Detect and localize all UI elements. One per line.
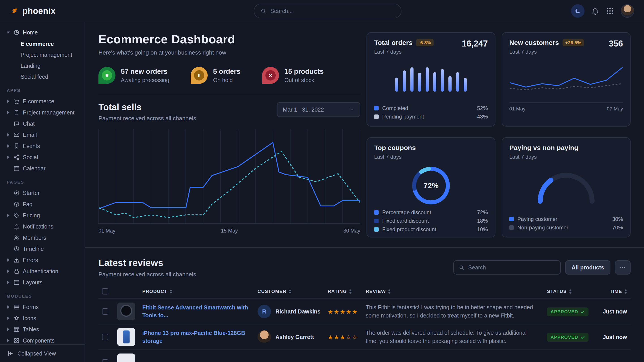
total-orders-card: Total orders -6.8% Last 7 days 16,247 Co… xyxy=(366,32,496,127)
caret-right-icon xyxy=(6,144,10,148)
date-range-select[interactable]: Mar 1 - 31, 2022 xyxy=(277,102,360,117)
order-bar xyxy=(410,67,414,92)
components-icon xyxy=(14,338,20,344)
sidebar-item-authentication[interactable]: Authentication xyxy=(6,266,80,277)
notifications-button[interactable] xyxy=(591,7,599,15)
brand[interactable]: phoenix xyxy=(8,5,84,16)
sidebar-item-icons[interactable]: Icons xyxy=(6,313,80,324)
new-customers-line-chart xyxy=(509,60,623,100)
product-link[interactable]: iPhone 13 pro max-Pacific Blue-128GB sto… xyxy=(142,329,250,345)
customer-avatar-initial: R xyxy=(258,305,271,318)
sidebar-item-tables[interactable]: Tables xyxy=(6,324,80,335)
row-checkbox[interactable] xyxy=(102,334,108,340)
tag-icon xyxy=(14,212,20,218)
sidebar-item-project-management[interactable]: Project management xyxy=(6,107,80,118)
reviews-search[interactable] xyxy=(453,260,561,275)
global-search[interactable] xyxy=(254,3,402,18)
star-icon xyxy=(104,73,110,78)
lock-icon xyxy=(14,268,20,274)
collapsed-view-toggle[interactable]: Collapsed View xyxy=(0,344,84,362)
latest-reviews-subtitle: Payment received across all channels xyxy=(98,271,196,278)
product-image-smartwatch[interactable] xyxy=(117,303,135,321)
product-image[interactable] xyxy=(117,354,135,362)
sidebar-item-pricing[interactable]: Pricing xyxy=(6,210,80,221)
pause-icon xyxy=(196,73,202,78)
stat-new-orders: 57 new orders Awating processing xyxy=(98,67,169,84)
row-checkbox[interactable] xyxy=(102,308,108,315)
user-avatar[interactable] xyxy=(621,4,634,18)
theme-toggle-button[interactable] xyxy=(571,4,584,18)
total-orders-value: 16,247 xyxy=(462,39,488,48)
sidebar-item-home[interactable]: Home xyxy=(6,27,80,38)
rating-stars: ★★★☆☆ xyxy=(328,334,358,341)
product-link[interactable]: Fitbit Sense Advanced Smartwatch with To… xyxy=(142,304,250,319)
sidebar-item-home-social-feed[interactable]: Social feed xyxy=(6,71,80,82)
sidebar-item-calendar[interactable]: Calendar xyxy=(6,163,80,174)
sidebar-item-starter[interactable]: Starter xyxy=(6,187,80,199)
reviews-search-input[interactable] xyxy=(468,264,556,271)
column-time[interactable]: TIME xyxy=(592,284,630,299)
row-checkbox[interactable] xyxy=(102,359,108,362)
column-status[interactable]: STATUS xyxy=(543,284,592,299)
top-coupons-legend: Percentage discount 72% Fixed card disco… xyxy=(374,209,488,233)
order-bar xyxy=(441,69,444,92)
product-image-iphone[interactable] xyxy=(117,328,135,346)
total-sells-title: Total sells xyxy=(98,102,196,112)
new-customers-value: 356 xyxy=(609,39,623,48)
sidebar-item-e-commerce[interactable]: E commerce xyxy=(6,96,80,107)
forms-icon xyxy=(14,304,20,310)
all-products-button[interactable]: All products xyxy=(565,260,610,275)
caret-right-icon xyxy=(6,306,10,309)
sidebar-nav: Home E commerce Project management Landi… xyxy=(0,22,84,344)
status-badge: APPROVED xyxy=(547,333,588,342)
legend-swatch xyxy=(374,114,378,119)
moon-icon xyxy=(574,7,581,14)
column-product[interactable]: PRODUCT xyxy=(139,284,254,299)
caret-down-icon xyxy=(6,31,10,33)
caret-right-icon xyxy=(6,111,10,114)
app-root: phoenix Home xyxy=(0,0,644,362)
sidebar-item-chat[interactable]: Chat xyxy=(6,118,80,129)
sidebar-item-social[interactable]: Social xyxy=(6,152,80,163)
select-all-checkbox[interactable] xyxy=(102,288,108,295)
brand-name: phoenix xyxy=(22,6,56,16)
clipboard-icon xyxy=(14,109,20,116)
paying-title: Paying vs non paying xyxy=(509,144,578,152)
sidebar-item-email[interactable]: Email xyxy=(6,129,80,140)
caret-right-icon xyxy=(6,339,10,342)
sidebar-item-home-project-management[interactable]: Project management xyxy=(6,49,80,60)
sidebar-item-events[interactable]: Events xyxy=(6,140,80,152)
column-review[interactable]: REVIEW xyxy=(362,284,543,299)
top-coupons-card: Top coupons Last 7 days 72% Percentage d… xyxy=(366,137,496,237)
sidebar-item-timeline[interactable]: Timeline xyxy=(6,243,80,255)
paying-gauge-chart xyxy=(509,166,623,204)
total-sells-chart-area: 01 May 15 May 30 May xyxy=(98,129,360,234)
sidebar-item-errors[interactable]: Errors xyxy=(6,255,80,266)
sidebar-item-components[interactable]: Components xyxy=(6,335,80,344)
calendar-icon xyxy=(14,165,20,171)
sidebar-item-members[interactable]: Members xyxy=(6,232,80,243)
caret-right-icon xyxy=(6,156,10,159)
bell-icon xyxy=(591,7,599,15)
layout-icon xyxy=(14,279,20,286)
sidebar-item-layouts[interactable]: Layouts xyxy=(6,277,80,288)
review-time: Just now xyxy=(592,324,630,350)
sidebar-item-faq[interactable]: Faq xyxy=(6,199,80,210)
column-rating[interactable]: RATING xyxy=(324,284,362,299)
sidebar-item-home-landing[interactable]: Landing xyxy=(6,60,80,71)
search-icon xyxy=(459,265,464,270)
reviews-table-header: PRODUCT CUSTOMER RATING REVIEW STATUS TI… xyxy=(98,284,630,299)
sidebar-item-forms[interactable]: Forms xyxy=(6,301,80,313)
divider xyxy=(98,94,360,94)
legend-swatch xyxy=(509,225,514,230)
column-customer[interactable]: CUSTOMER xyxy=(254,284,324,299)
sidebar-item-home-e-commerce[interactable]: E commerce xyxy=(6,38,80,49)
customer-name: Ashley Garrett xyxy=(276,334,314,340)
order-bar xyxy=(464,78,467,92)
more-actions-button[interactable] xyxy=(615,260,630,275)
order-bar xyxy=(403,70,406,92)
search-icon xyxy=(260,8,266,14)
sidebar-item-notifications[interactable]: Notifications xyxy=(6,221,80,232)
global-search-input[interactable] xyxy=(270,8,395,14)
apps-menu-button[interactable] xyxy=(606,7,614,15)
